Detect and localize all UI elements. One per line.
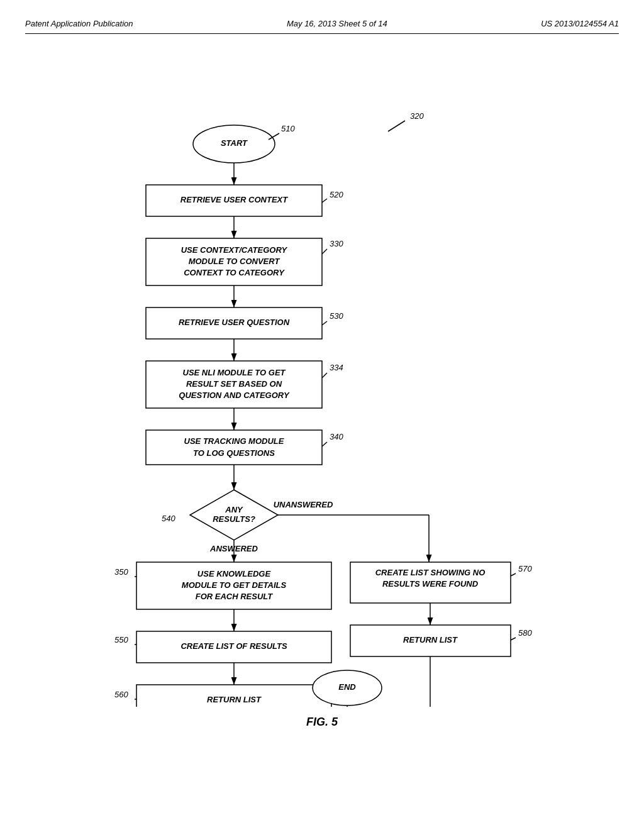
create-list-no-results-ref-line bbox=[511, 573, 516, 576]
header-left: Patent Application Publication bbox=[25, 19, 133, 28]
start-label: START bbox=[221, 138, 248, 148]
create-list-results-label: CREATE LIST OF RESULTS bbox=[180, 641, 287, 651]
return-list-left-label: RETURN LIST bbox=[207, 695, 262, 704]
use-tracking-ref: 340 bbox=[330, 432, 343, 441]
use-knowledge-ref: 350 bbox=[114, 567, 128, 577]
create-list-no-results-ref: 570 bbox=[518, 564, 532, 573]
use-tracking-ref-line bbox=[322, 442, 327, 446]
page-header: Patent Application Publication May 16, 2… bbox=[25, 19, 619, 34]
return-list-right-ref-line bbox=[511, 638, 516, 640]
return-list-right-label: RETURN LIST bbox=[403, 635, 458, 645]
ref-320: 320 bbox=[410, 111, 424, 121]
any-results-ref: 540 bbox=[162, 514, 175, 523]
figure-label: FIG. 5 bbox=[39, 716, 605, 729]
use-nli-line3: QUESTION AND CATEGORY bbox=[179, 390, 290, 400]
end-label: END bbox=[338, 682, 356, 692]
use-nli-line2: RESULT SET BASED ON bbox=[186, 379, 282, 389]
use-nli-ref: 334 bbox=[330, 363, 343, 372]
use-knowledge-line2: MODULE TO GET DETAILS bbox=[182, 580, 287, 590]
use-tracking-line1: USE TRACKING MODULE bbox=[184, 436, 284, 446]
start-ref: 510 bbox=[281, 124, 295, 133]
use-nli-ref-line bbox=[322, 373, 327, 378]
use-context-ref-line bbox=[322, 249, 327, 254]
retrieve-question-ref-line bbox=[322, 321, 327, 325]
use-tracking-line2: TO LOG QUESTIONS bbox=[193, 448, 275, 458]
header-right: US 2013/0124554 A1 bbox=[541, 19, 619, 28]
flowchart-svg: 320 START 510 RETRIEVE USER CONTEXT 520 … bbox=[39, 47, 605, 707]
any-results-line2: RESULTS? bbox=[213, 514, 255, 524]
retrieve-context-ref-line bbox=[322, 199, 327, 202]
create-list-results-ref: 550 bbox=[114, 635, 128, 645]
diagram-container: 320 START 510 RETRIEVE USER CONTEXT 520 … bbox=[39, 47, 605, 738]
unanswered-label: UNANSWERED bbox=[274, 500, 333, 509]
page: Patent Application Publication May 16, 2… bbox=[0, 0, 644, 830]
use-knowledge-line1: USE KNOWLEDGE bbox=[197, 569, 271, 578]
any-results-line1: ANY bbox=[225, 505, 243, 514]
retrieve-question-label: RETRIEVE USER QUESTION bbox=[179, 318, 290, 327]
return-list-right-ref: 580 bbox=[518, 628, 532, 638]
use-knowledge-line3: FOR EACH RESULT bbox=[196, 592, 274, 601]
return-list-left-ref: 560 bbox=[114, 690, 128, 699]
create-list-no-results-line2: RESULTS WERE FOUND bbox=[382, 579, 479, 589]
use-tracking-shape bbox=[146, 430, 322, 465]
retrieve-question-ref: 530 bbox=[330, 311, 343, 321]
use-context-line1: USE CONTEXT/CATEGORY bbox=[181, 245, 288, 255]
use-context-line3: CONTEXT TO CATEGORY bbox=[184, 268, 285, 277]
retrieve-context-label: RETRIEVE USER CONTEXT bbox=[180, 195, 289, 204]
create-list-no-results-line1: CREATE LIST SHOWING NO bbox=[375, 568, 486, 577]
use-context-line2: MODULE TO CONVERT bbox=[189, 257, 280, 266]
retrieve-context-ref: 520 bbox=[330, 190, 343, 199]
ref-320-line bbox=[388, 121, 405, 131]
use-nli-line1: USE NLI MODULE TO GET bbox=[183, 368, 286, 377]
use-context-ref: 330 bbox=[330, 239, 343, 248]
header-center: May 16, 2013 Sheet 5 of 14 bbox=[287, 19, 387, 28]
